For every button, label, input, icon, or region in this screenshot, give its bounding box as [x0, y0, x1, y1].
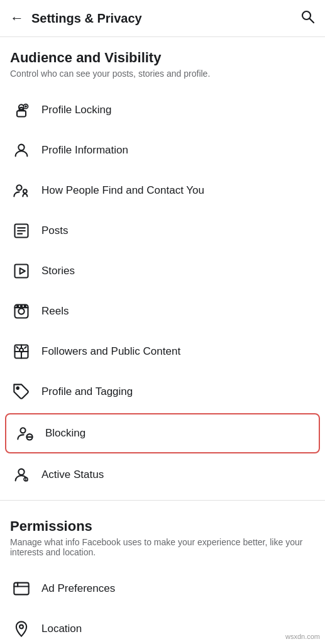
ad-preferences-icon — [10, 577, 33, 600]
profile-information-icon — [10, 139, 33, 162]
permissions-section-subtitle: Manage what info Facebook uses to make y… — [10, 537, 315, 557]
svg-point-15 — [18, 308, 24, 314]
svg-point-6 — [16, 185, 21, 190]
svg-line-25 — [16, 347, 18, 348]
menu-label-ad-preferences: Ad Preferences — [41, 582, 115, 595]
followers-public-icon — [10, 340, 33, 363]
location-icon — [10, 618, 33, 640]
menu-item-active-status[interactable]: Active Status — [0, 455, 325, 495]
menu-label-blocking: Blocking — [45, 427, 85, 440]
svg-point-17 — [17, 306, 18, 307]
menu-item-ad-preferences[interactable]: Ad Preferences — [0, 569, 325, 609]
profile-tagging-icon — [10, 380, 33, 403]
permissions-section: Permissions Manage what info Facebook us… — [0, 506, 325, 569]
svg-point-19 — [25, 306, 26, 307]
watermark: wsxdn.com — [285, 633, 320, 640]
menu-item-how-people-find[interactable]: How People Find and Contact You — [0, 170, 325, 211]
profile-locking-icon — [10, 99, 33, 121]
menu-label-reels: Reels — [41, 305, 69, 318]
menu-item-profile-information[interactable]: Profile Information — [0, 130, 325, 170]
header-title: Settings & Privacy — [31, 11, 142, 26]
svg-marker-13 — [20, 268, 25, 274]
menu-label-how-people-find: How People Find and Contact You — [41, 184, 204, 197]
svg-point-37 — [19, 625, 23, 629]
menu-item-posts[interactable]: Posts — [0, 211, 325, 251]
menu-label-profile-tagging: Profile and Tagging — [41, 386, 133, 398]
menu-label-stories: Stories — [41, 265, 75, 277]
audience-section-subtitle: Control who can see your posts, stories … — [10, 69, 315, 79]
audience-section: Audience and Visibility Control who can … — [0, 37, 325, 90]
menu-item-blocking[interactable]: Blocking — [5, 413, 320, 453]
menu-item-reels[interactable]: Reels — [0, 291, 325, 331]
svg-point-18 — [21, 306, 22, 307]
menu-label-location: Location — [41, 623, 82, 635]
svg-point-28 — [20, 428, 25, 433]
menu-item-followers-public[interactable]: Followers and Public Content — [0, 331, 325, 372]
header: ← Settings & Privacy — [0, 0, 325, 37]
menu-label-active-status: Active Status — [41, 469, 104, 481]
svg-line-1 — [310, 19, 314, 23]
svg-rect-34 — [14, 583, 28, 595]
svg-rect-3 — [17, 111, 26, 116]
reels-icon — [10, 300, 33, 323]
stories-icon — [10, 260, 33, 282]
svg-point-7 — [23, 189, 27, 193]
menu-label-posts: Posts — [41, 225, 69, 237]
menu-label-followers-public: Followers and Public Content — [41, 345, 180, 358]
svg-point-27 — [16, 387, 19, 389]
header-left: ← Settings & Privacy — [10, 10, 142, 26]
svg-point-5 — [18, 145, 24, 150]
posts-icon — [10, 219, 33, 242]
search-icon[interactable] — [300, 9, 315, 28]
how-people-find-icon — [10, 179, 33, 202]
permissions-section-title: Permissions — [10, 518, 315, 535]
back-icon[interactable]: ← — [10, 10, 24, 26]
menu-item-location[interactable]: Location — [0, 609, 325, 644]
svg-line-26 — [25, 347, 26, 348]
menu-item-profile-locking[interactable]: Profile Locking — [0, 90, 325, 130]
menu-label-profile-information: Profile Information — [41, 144, 128, 157]
menu-item-stories[interactable]: Stories — [0, 251, 325, 291]
blocking-icon — [14, 422, 36, 445]
audience-section-title: Audience and Visibility — [10, 50, 315, 66]
menu-label-profile-locking: Profile Locking — [41, 104, 112, 116]
section-divider — [0, 500, 325, 501]
menu-item-profile-tagging[interactable]: Profile and Tagging — [0, 372, 325, 412]
svg-point-31 — [18, 469, 24, 475]
svg-rect-12 — [15, 265, 28, 278]
active-status-icon — [10, 464, 33, 486]
